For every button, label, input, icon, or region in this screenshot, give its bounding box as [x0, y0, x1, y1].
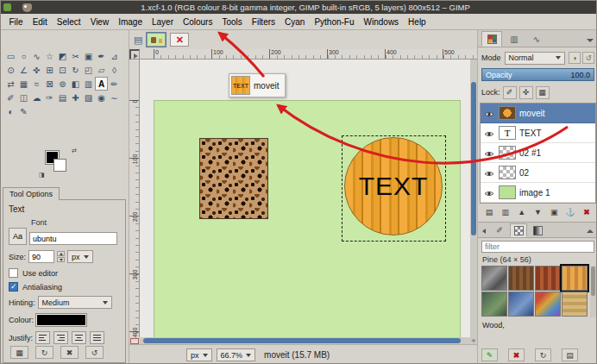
swap-colors-icon[interactable]: ⇄: [72, 147, 77, 154]
layer-row[interactable]: TEXT: [481, 123, 595, 143]
menu-item[interactable]: View: [85, 16, 114, 28]
refresh-patterns-button[interactable]: ↻: [535, 348, 551, 361]
size-stepper[interactable]: [57, 251, 65, 262]
raise-layer-button[interactable]: ▲: [515, 205, 529, 219]
open-pattern-button[interactable]: ▤: [562, 348, 578, 361]
menu-item[interactable]: Select: [52, 16, 85, 28]
quick-mask-toggle[interactable]: [130, 338, 139, 344]
visibility-eye-icon[interactable]: [482, 127, 495, 140]
select-by-color-tool[interactable]: ◩: [56, 49, 69, 63]
menu-item[interactable]: Python-Fu: [310, 16, 359, 28]
shear-tool[interactable]: ▱: [95, 63, 108, 77]
edit-pattern-button[interactable]: ✎: [481, 348, 498, 361]
lock-pixels-button[interactable]: ✐: [503, 86, 517, 99]
layer-row[interactable]: 02 #1: [481, 143, 595, 163]
airbrush-tool[interactable]: ☁: [30, 91, 43, 104]
rotate-tool[interactable]: ↻: [69, 63, 82, 77]
anchor-layer-button[interactable]: ⚓: [563, 205, 577, 219]
unit-select[interactable]: px: [186, 348, 212, 361]
zoom-tool[interactable]: ⊙: [4, 63, 17, 77]
foreground-select-tool[interactable]: ▣: [82, 49, 95, 63]
antialiasing-checkbox[interactable]: Antialiasing: [9, 282, 121, 292]
restore-tool-preset-button[interactable]: ↻: [35, 346, 53, 359]
lower-layer-button[interactable]: ▼: [531, 205, 544, 219]
measure-tool[interactable]: ∠: [17, 63, 30, 77]
menu-item[interactable]: Tools: [217, 16, 247, 28]
horizontal-scrollbar-thumb[interactable]: [143, 338, 461, 343]
visibility-eye-icon[interactable]: [482, 147, 495, 160]
size-unit-select[interactable]: px: [67, 250, 93, 263]
image-canvas[interactable]: TEXT: [154, 100, 461, 337]
pattern-swatch[interactable]: [481, 292, 507, 317]
patterns-tab[interactable]: [510, 223, 527, 237]
menu-item[interactable]: Cyan: [280, 16, 310, 28]
pattern-swatch-selected[interactable]: [562, 266, 588, 291]
bucket-fill-tool[interactable]: ◧: [69, 77, 82, 91]
dock-menu-icon[interactable]: [585, 35, 595, 47]
handle-transform-tool[interactable]: ⊚: [56, 77, 69, 91]
spin-up-icon[interactable]: [57, 251, 65, 256]
composite-space-button[interactable]: ◑: [569, 52, 581, 64]
visibility-eye-icon[interactable]: [482, 186, 495, 199]
text-tool[interactable]: A: [95, 77, 108, 91]
lock-position-button[interactable]: ✜: [519, 86, 533, 99]
chevron-left-icon[interactable]: [481, 225, 489, 237]
menu-item[interactable]: Layer: [147, 16, 178, 28]
canvas-viewport[interactable]: TEXT TEXT moveit: [140, 60, 471, 337]
perspective-tool[interactable]: ◊: [108, 63, 121, 77]
pattern-scrollbar-thumb[interactable]: [591, 267, 595, 296]
justify-right-button[interactable]: [53, 331, 68, 344]
use-editor-checkbox[interactable]: Use editor: [9, 268, 121, 278]
ellipse-select-tool[interactable]: ○: [17, 49, 30, 63]
layer-row[interactable]: 02: [481, 163, 595, 183]
scissors-select-tool[interactable]: ✂: [69, 49, 82, 63]
menu-item[interactable]: Windows: [359, 16, 404, 28]
size-input[interactable]: [28, 250, 54, 263]
mypaint-brush-tool[interactable]: ✎: [17, 104, 30, 118]
paintbrush-tool[interactable]: ✐: [4, 91, 17, 104]
pattern-swatch[interactable]: [562, 292, 588, 317]
justify-center-button[interactable]: [72, 331, 86, 344]
scale-tool[interactable]: ◰: [82, 63, 95, 77]
cage-transform-tool[interactable]: ▦: [17, 77, 30, 91]
vertical-scrollbar[interactable]: [470, 60, 477, 337]
crop-tool[interactable]: ⊡: [56, 63, 69, 77]
free-select-tool[interactable]: ∿: [30, 49, 43, 63]
pattern-swatch[interactable]: [535, 292, 561, 317]
pencil-tool[interactable]: ✏: [108, 77, 121, 91]
paths-tool[interactable]: ✒: [95, 49, 108, 63]
navigation-icon[interactable]: ✛: [470, 337, 477, 344]
layer-row[interactable]: moveit: [481, 104, 595, 123]
menu-item[interactable]: Help: [404, 16, 431, 28]
hinting-select[interactable]: Medium: [38, 296, 112, 309]
ink-tool[interactable]: ✑: [43, 91, 56, 104]
lock-alpha-button[interactable]: ▦: [536, 86, 550, 99]
horizontal-scrollbar[interactable]: [140, 337, 471, 344]
visibility-eye-icon[interactable]: [482, 107, 495, 120]
pattern-swatch[interactable]: [508, 266, 534, 291]
pattern-swatch[interactable]: [508, 292, 534, 317]
checkbox-checked-icon[interactable]: [9, 282, 18, 292]
spin-down-icon[interactable]: [57, 257, 65, 262]
checkbox-unchecked-icon[interactable]: [9, 268, 18, 278]
vertical-scrollbar-thumb[interactable]: [471, 82, 476, 235]
zoom-select[interactable]: 66.7%: [217, 348, 256, 361]
color-picker-tool[interactable]: ⊿: [108, 49, 121, 63]
save-tool-preset-button[interactable]: ▦: [10, 346, 28, 359]
heal-tool[interactable]: ✚: [69, 91, 82, 104]
text-colour-swatch[interactable]: [36, 314, 86, 326]
gradients-tab[interactable]: [529, 223, 546, 237]
rectangle-select-tool[interactable]: ▭: [4, 49, 17, 63]
new-layer-button[interactable]: ▤: [482, 205, 496, 219]
reset-colors-icon[interactable]: ◨: [39, 172, 45, 179]
paths-tab[interactable]: ∿: [526, 31, 547, 47]
fuzzy-select-tool[interactable]: ☆: [43, 49, 56, 63]
font-input[interactable]: [29, 232, 117, 245]
blur-sharpen-tool[interactable]: ◉: [95, 91, 108, 104]
tool-options-tab[interactable]: Tool Options: [3, 187, 60, 200]
warp-transform-tool[interactable]: ≈: [30, 77, 43, 91]
menu-item[interactable]: Colours: [178, 16, 217, 28]
menu-item[interactable]: Filters: [247, 16, 280, 28]
pattern-scrollbar[interactable]: [590, 266, 596, 317]
reset-tool-options-button[interactable]: ↺: [85, 346, 104, 359]
